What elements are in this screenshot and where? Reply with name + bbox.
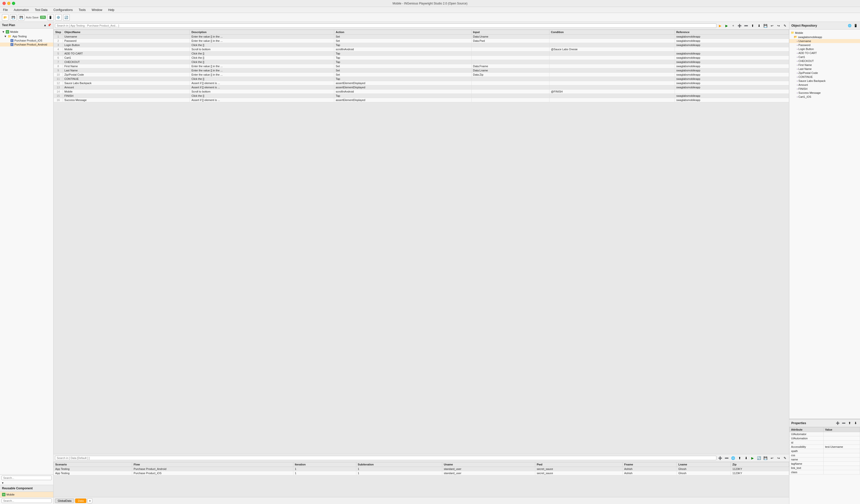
obj-repo-globe-icon[interactable]: 🌐 (847, 23, 852, 28)
play-btn[interactable]: ▶ (717, 23, 723, 28)
table-row[interactable]: 10 Zip/Postal Code Enter the value [] in… (54, 73, 789, 77)
menu-configurations[interactable]: Configurations (53, 8, 74, 12)
table-row[interactable]: 3 Login Button Click the [] Tap swaglabs… (54, 43, 789, 47)
add-step-btn[interactable]: ➕ (737, 23, 742, 28)
refresh-button[interactable]: 🔄 (63, 14, 70, 21)
data-row[interactable]: App Testing Purchase Product_Android 1 1… (54, 467, 789, 471)
tab-add-btn[interactable]: + (87, 498, 92, 503)
search-dropdown-icon[interactable]: ▼ (1, 481, 4, 484)
tree-item-purchase-android[interactable]: F Purchase Product_Android (0, 43, 53, 46)
reusable-item-mobile[interactable]: M Mobile (0, 492, 53, 497)
menu-help[interactable]: Help (107, 8, 115, 12)
obj-tree-item-zip/postal-code[interactable]: ▪Zip/Postal Code (789, 71, 860, 75)
table-row[interactable]: 15 FINISH Click the [] Tap swaglabsmobil… (54, 94, 789, 98)
run-btn[interactable]: ▶ (724, 23, 729, 28)
import-btn[interactable]: ↩ (769, 23, 775, 28)
step-reference: swaglabsmobileapp (675, 68, 789, 73)
props-down-icon[interactable]: ⬇ (853, 421, 858, 426)
obj-tree-item-mobile[interactable]: 📁Mobile (789, 31, 860, 35)
table-row[interactable]: 7 CHECKOUT Click the [] Tap swaglabsmobi… (54, 60, 789, 64)
obj-tree-item-checkout[interactable]: ▪CHECKOUT (789, 59, 860, 63)
mobile-icon[interactable]: 📱 (47, 14, 54, 21)
table-row[interactable]: 13 Amount Assert if [] element is ... as… (54, 85, 789, 89)
obj-tree-item-password[interactable]: ▪Password (789, 43, 860, 47)
up-btn[interactable]: ⬆ (750, 23, 755, 28)
step-input (471, 43, 549, 47)
data-globe-btn[interactable]: 🌐 (730, 455, 736, 461)
maximize-button[interactable] (12, 2, 15, 5)
obj-tree-item-add-to-cart[interactable]: ▪ADD TO CART (789, 51, 860, 55)
open-button[interactable]: 📂 (2, 14, 9, 21)
data-save-btn[interactable]: 💾 (763, 455, 768, 461)
obj-tree-item-login-button[interactable]: ▪Login Button (789, 47, 860, 51)
export-btn[interactable]: ↪ (776, 23, 781, 28)
steps-search-input[interactable] (55, 24, 716, 28)
table-row[interactable]: 4 Mobile Scroll to bottom scrollInAndroi… (54, 47, 789, 52)
obj-tree-item-continue[interactable]: ▪CONTINUE (789, 75, 860, 79)
menu-automation[interactable]: Automation (13, 8, 30, 12)
data-add-btn[interactable]: ➕ (717, 455, 723, 461)
obj-tree-item-success-message[interactable]: ▪Success Message (789, 91, 860, 95)
data-search-input[interactable] (55, 456, 716, 460)
data-row[interactable]: App Testing Purchase Product_iOS 1 1 sta… (54, 471, 789, 475)
close-button[interactable] (2, 2, 6, 5)
save-steps-btn[interactable]: 💾 (763, 23, 768, 28)
table-row[interactable]: 11 CONTINUE Click the [] Tap swaglabsmob… (54, 77, 789, 81)
save-button[interactable]: 💾 (10, 14, 16, 21)
obj-tree-item-swaglabsmobileapp[interactable]: 📂swaglabsmobileapp (789, 35, 860, 39)
tab-data[interactable]: Data (75, 499, 86, 503)
table-row[interactable]: 8 First Name Enter the value [] in the .… (54, 64, 789, 68)
data-reload-btn[interactable]: 🔄 (756, 455, 762, 461)
auto-save-toggle[interactable]: ON (40, 16, 46, 19)
data-down-btn[interactable]: ⬇ (743, 455, 749, 461)
data-export-btn[interactable]: ↪ (776, 455, 781, 461)
tab-globaldata[interactable]: GlobalData (55, 499, 74, 503)
tree-item-app-testing[interactable]: ▼ 📁 App Testing (0, 34, 53, 39)
obj-tree-item-cart1_ios[interactable]: ▪Cart1_iOS (789, 95, 860, 99)
debug-btn[interactable]: ✦ (730, 23, 736, 28)
obj-label: Login Button (799, 47, 814, 51)
down-btn[interactable]: ⬇ (756, 23, 762, 28)
tree-item-purchase-ios[interactable]: F Purchase Product_iOS (0, 39, 53, 43)
remove-step-btn[interactable]: ➖ (743, 23, 749, 28)
left-search-input[interactable] (1, 476, 52, 480)
data-edit-btn[interactable]: ✎ (782, 455, 788, 461)
table-row[interactable]: 14 Mobile Scroll to bottom scrollInAndro… (54, 89, 789, 94)
props-add-icon[interactable]: ➕ (835, 421, 840, 426)
step-desc: Click the [] (190, 94, 334, 98)
table-row[interactable]: 5 ADD TO CART Click the [] Tap swaglabsm… (54, 52, 789, 56)
data-import-btn[interactable]: ↩ (769, 455, 775, 461)
pin-icon[interactable]: 📌 (47, 24, 51, 27)
data-run-btn[interactable]: ▶ (750, 455, 755, 461)
obj-tree-item-username[interactable]: ▪Username (789, 39, 860, 43)
props-up-icon[interactable]: ⬆ (847, 421, 852, 426)
obj-tree-item-sauce-labs-backpack[interactable]: ▪Sauce Labs Backpack (789, 79, 860, 83)
table-row[interactable]: 1 Username Enter the value [] in the ...… (54, 34, 789, 39)
collapse-icon[interactable]: ▲ (44, 24, 46, 27)
props-remove-icon[interactable]: ➖ (841, 421, 846, 426)
settings-button[interactable]: ⚙️ (55, 14, 62, 21)
obj-tree-item-amount[interactable]: ▪Amount (789, 83, 860, 87)
menu-testdata[interactable]: Test Data (34, 8, 48, 12)
left-search-input-bottom[interactable] (1, 499, 52, 503)
obj-tree-item-cart1[interactable]: ▪Cart1 (789, 55, 860, 59)
obj-tree-item-first-name[interactable]: ▪First Name (789, 63, 860, 67)
save-all-button[interactable]: 💾 (18, 14, 24, 21)
table-row[interactable]: 12 Sauce Labs Backpack Assert if [] elem… (54, 81, 789, 85)
obj-tree-item-last-name[interactable]: ▪Last Name (789, 67, 860, 71)
obj-tree-item-finish[interactable]: ▪FINISH (789, 87, 860, 91)
edit-btn[interactable]: ✎ (782, 23, 788, 28)
data-remove-btn[interactable]: ➖ (724, 455, 729, 461)
menu-tools[interactable]: Tools (78, 8, 87, 12)
table-row[interactable]: 2 Password Enter the value [] in the ...… (54, 39, 789, 43)
table-row[interactable]: 16 Success Message Assert if [] element … (54, 98, 789, 102)
tree-item-mobile[interactable]: ▼ M Mobile (0, 30, 53, 34)
menu-window[interactable]: Window (90, 8, 103, 12)
obj-repo-mobile-icon[interactable]: 📱 (853, 23, 858, 28)
menu-file[interactable]: File (2, 8, 9, 12)
table-row[interactable]: 9 Last Name Enter the value [] in the ..… (54, 68, 789, 73)
step-num: 4 (54, 47, 63, 52)
table-row[interactable]: 6 Cart1 Click the [] Tap swaglabsmobilea… (54, 56, 789, 60)
minimize-button[interactable] (7, 2, 11, 5)
data-up-btn[interactable]: ⬆ (737, 455, 742, 461)
